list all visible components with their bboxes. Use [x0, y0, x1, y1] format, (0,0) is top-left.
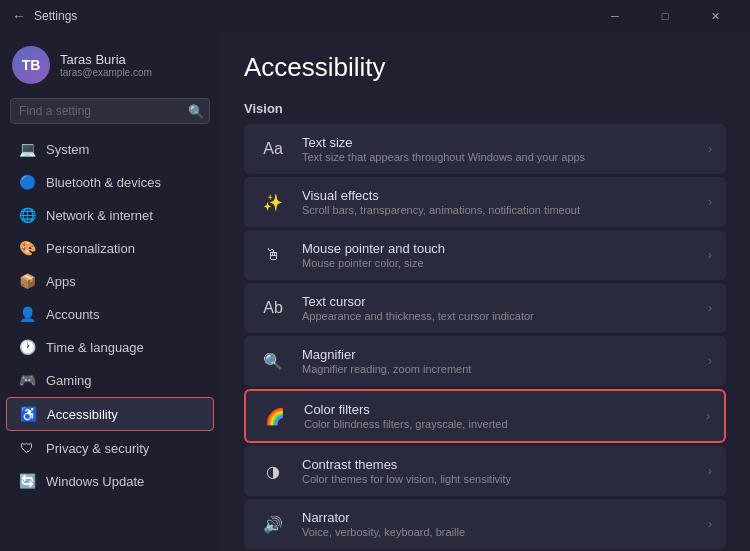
item-title-magnifier: Magnifier [302, 347, 694, 362]
chevron-icon: › [708, 195, 712, 209]
accessibility-icon: ♿ [19, 405, 37, 423]
narrator-icon: 🔊 [258, 509, 288, 539]
window-title: Settings [34, 9, 77, 23]
settings-item-mouse-pointer[interactable]: 🖱 Mouse pointer and touch Mouse pointer … [244, 230, 726, 280]
content-area: Accessibility Vision Aa Text size Text s… [220, 32, 750, 551]
item-desc-magnifier: Magnifier reading, zoom increment [302, 363, 694, 375]
item-desc-narrator: Voice, verbosity, keyboard, braille [302, 526, 694, 538]
section-vision: Vision Aa Text size Text size that appea… [244, 101, 726, 549]
system-icon: 💻 [18, 140, 36, 158]
item-title-contrast-themes: Contrast themes [302, 457, 694, 472]
app-body: TB Taras Buria taras@example.com 🔍 💻 Sys… [0, 32, 750, 551]
settings-list: Aa Text size Text size that appears thro… [244, 124, 726, 549]
user-info: Taras Buria taras@example.com [60, 52, 152, 78]
item-title-mouse-pointer: Mouse pointer and touch [302, 241, 694, 256]
item-desc-color-filters: Color blindness filters, grayscale, inve… [304, 418, 692, 430]
sidebar-item-label-network: Network & internet [46, 208, 202, 223]
sidebar-item-label-accessibility: Accessibility [47, 407, 201, 422]
sidebar-item-label-time: Time & language [46, 340, 202, 355]
item-text-visual-effects: Visual effects Scroll bars, transparency… [302, 188, 694, 216]
item-desc-mouse-pointer: Mouse pointer color, size [302, 257, 694, 269]
chevron-icon: › [708, 301, 712, 315]
item-text-contrast-themes: Contrast themes Color themes for low vis… [302, 457, 694, 485]
sidebar-item-personalization[interactable]: 🎨 Personalization [6, 232, 214, 264]
settings-item-magnifier[interactable]: 🔍 Magnifier Magnifier reading, zoom incr… [244, 336, 726, 386]
search-box: 🔍 [10, 98, 210, 124]
item-text-text-cursor: Text cursor Appearance and thickness, te… [302, 294, 694, 322]
chevron-icon: › [708, 248, 712, 262]
settings-item-text-cursor[interactable]: Ab Text cursor Appearance and thickness,… [244, 283, 726, 333]
item-text-magnifier: Magnifier Magnifier reading, zoom increm… [302, 347, 694, 375]
user-email: taras@example.com [60, 67, 152, 78]
sidebar-item-windows-update[interactable]: 🔄 Windows Update [6, 465, 214, 497]
sidebar-item-system[interactable]: 💻 System [6, 133, 214, 165]
minimize-button[interactable]: ─ [592, 0, 638, 32]
settings-item-text-size[interactable]: Aa Text size Text size that appears thro… [244, 124, 726, 174]
item-text-color-filters: Color filters Color blindness filters, g… [304, 402, 692, 430]
avatar: TB [12, 46, 50, 84]
magnifier-icon: 🔍 [258, 346, 288, 376]
gaming-icon: 🎮 [18, 371, 36, 389]
item-title-text-size: Text size [302, 135, 694, 150]
search-icon: 🔍 [188, 104, 204, 119]
item-title-visual-effects: Visual effects [302, 188, 694, 203]
sidebar: TB Taras Buria taras@example.com 🔍 💻 Sys… [0, 32, 220, 551]
nav-list: 💻 System 🔵 Bluetooth & devices 🌐 Network… [0, 132, 220, 498]
sidebar-item-label-gaming: Gaming [46, 373, 202, 388]
chevron-icon: › [706, 409, 710, 423]
sidebar-item-label-system: System [46, 142, 202, 157]
maximize-button[interactable]: □ [642, 0, 688, 32]
sidebar-item-network[interactable]: 🌐 Network & internet [6, 199, 214, 231]
sidebar-item-bluetooth[interactable]: 🔵 Bluetooth & devices [6, 166, 214, 198]
network-icon: 🌐 [18, 206, 36, 224]
chevron-icon: › [708, 142, 712, 156]
item-desc-text-cursor: Appearance and thickness, text cursor in… [302, 310, 694, 322]
item-desc-visual-effects: Scroll bars, transparency, animations, n… [302, 204, 694, 216]
accounts-icon: 👤 [18, 305, 36, 323]
sidebar-item-privacy[interactable]: 🛡 Privacy & security [6, 432, 214, 464]
user-profile[interactable]: TB Taras Buria taras@example.com [0, 32, 220, 94]
apps-icon: 📦 [18, 272, 36, 290]
item-text-text-size: Text size Text size that appears through… [302, 135, 694, 163]
page-title: Accessibility [244, 52, 726, 83]
settings-item-color-filters[interactable]: 🌈 Color filters Color blindness filters,… [244, 389, 726, 443]
item-text-narrator: Narrator Voice, verbosity, keyboard, bra… [302, 510, 694, 538]
settings-item-visual-effects[interactable]: ✨ Visual effects Scroll bars, transparen… [244, 177, 726, 227]
chevron-icon: › [708, 464, 712, 478]
text-size-icon: Aa [258, 134, 288, 164]
settings-item-narrator[interactable]: 🔊 Narrator Voice, verbosity, keyboard, b… [244, 499, 726, 549]
sidebar-item-label-accounts: Accounts [46, 307, 202, 322]
sidebar-item-label-apps: Apps [46, 274, 202, 289]
sidebar-item-apps[interactable]: 📦 Apps [6, 265, 214, 297]
search-input[interactable] [10, 98, 210, 124]
sections-container: Vision Aa Text size Text size that appea… [244, 101, 726, 551]
chevron-icon: › [708, 517, 712, 531]
windows-update-icon: 🔄 [18, 472, 36, 490]
item-desc-contrast-themes: Color themes for low vision, light sensi… [302, 473, 694, 485]
title-bar-left: ← Settings [12, 8, 77, 24]
bluetooth-icon: 🔵 [18, 173, 36, 191]
settings-item-contrast-themes[interactable]: ◑ Contrast themes Color themes for low v… [244, 446, 726, 496]
section-header: Vision [244, 101, 726, 116]
color-filters-icon: 🌈 [260, 401, 290, 431]
sidebar-item-accessibility[interactable]: ♿ Accessibility [6, 397, 214, 431]
sidebar-item-label-bluetooth: Bluetooth & devices [46, 175, 202, 190]
item-title-narrator: Narrator [302, 510, 694, 525]
visual-effects-icon: ✨ [258, 187, 288, 217]
sidebar-item-gaming[interactable]: 🎮 Gaming [6, 364, 214, 396]
item-title-color-filters: Color filters [304, 402, 692, 417]
sidebar-item-label-windows-update: Windows Update [46, 474, 202, 489]
close-button[interactable]: ✕ [692, 0, 738, 32]
item-text-mouse-pointer: Mouse pointer and touch Mouse pointer co… [302, 241, 694, 269]
text-cursor-icon: Ab [258, 293, 288, 323]
sidebar-item-time[interactable]: 🕐 Time & language [6, 331, 214, 363]
user-name: Taras Buria [60, 52, 152, 67]
back-button[interactable]: ← [12, 8, 26, 24]
sidebar-item-label-personalization: Personalization [46, 241, 202, 256]
personalization-icon: 🎨 [18, 239, 36, 257]
time-icon: 🕐 [18, 338, 36, 356]
mouse-pointer-icon: 🖱 [258, 240, 288, 270]
contrast-themes-icon: ◑ [258, 456, 288, 486]
sidebar-item-accounts[interactable]: 👤 Accounts [6, 298, 214, 330]
title-bar: ← Settings ─ □ ✕ [0, 0, 750, 32]
